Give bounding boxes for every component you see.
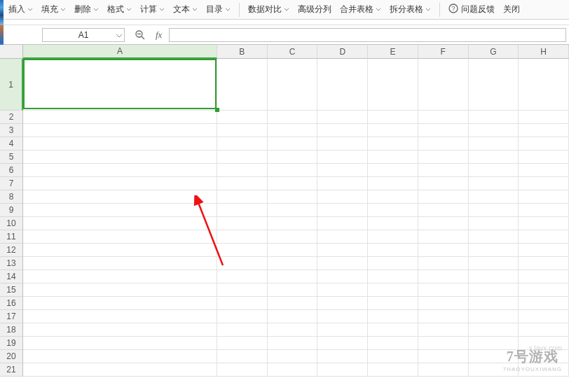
cell-C3[interactable]: [268, 124, 318, 137]
cell-F4[interactable]: [418, 137, 469, 150]
cell-F13[interactable]: [418, 257, 469, 270]
column-header-E[interactable]: E: [368, 45, 418, 59]
name-box-dropdown-icon[interactable]: [116, 31, 123, 43]
cell-H1[interactable]: [519, 59, 569, 111]
cell-C14[interactable]: [268, 270, 318, 284]
cell-G20[interactable]: [469, 350, 519, 363]
cell-H5[interactable]: [519, 150, 569, 164]
cell-F7[interactable]: [418, 177, 469, 190]
cell-G7[interactable]: [469, 177, 519, 190]
close-button[interactable]: 关闭: [499, 0, 524, 19]
row-header-18[interactable]: 18: [0, 323, 23, 337]
cell-G9[interactable]: [469, 204, 519, 217]
cell-B12[interactable]: [217, 244, 268, 257]
column-header-G[interactable]: G: [469, 45, 519, 59]
cell-F21[interactable]: [418, 363, 469, 377]
cell-D4[interactable]: [317, 137, 368, 150]
cell-E19[interactable]: [368, 337, 418, 350]
name-box[interactable]: A1: [42, 28, 125, 42]
cell-G12[interactable]: [469, 244, 519, 257]
cell-E21[interactable]: [368, 363, 418, 377]
cell-D9[interactable]: [317, 204, 368, 217]
cell-A5[interactable]: [23, 150, 217, 164]
cell-B10[interactable]: [217, 217, 268, 230]
cell-F1[interactable]: [418, 59, 469, 111]
cell-D7[interactable]: [317, 177, 368, 190]
cell-E15[interactable]: [368, 284, 418, 297]
cell-F3[interactable]: [418, 124, 469, 137]
feedback-link[interactable]: ? 问题反馈: [444, 0, 499, 19]
cell-A12[interactable]: [23, 244, 217, 257]
cell-C19[interactable]: [268, 337, 318, 350]
cell-B6[interactable]: [217, 164, 268, 177]
cell-C18[interactable]: [268, 323, 318, 337]
cell-G10[interactable]: [469, 217, 519, 230]
select-all-corner[interactable]: [0, 45, 23, 59]
advanced-split[interactable]: 高级分列: [294, 0, 336, 19]
cell-H11[interactable]: [519, 230, 569, 244]
row-header-16[interactable]: 16: [0, 297, 23, 310]
cell-H8[interactable]: [519, 190, 569, 204]
cell-G5[interactable]: [469, 150, 519, 164]
cell-F2[interactable]: [418, 111, 469, 124]
cell-A3[interactable]: [23, 124, 217, 137]
cell-D3[interactable]: [317, 124, 368, 137]
cell-D15[interactable]: [317, 284, 368, 297]
cell-D11[interactable]: [317, 230, 368, 244]
cell-H3[interactable]: [519, 124, 569, 137]
calc-menu[interactable]: 计算: [136, 0, 169, 19]
cell-D20[interactable]: [317, 350, 368, 363]
column-header-H[interactable]: H: [519, 45, 569, 59]
cell-E17[interactable]: [368, 310, 418, 323]
insert-menu[interactable]: 插入: [4, 0, 37, 19]
cell-F5[interactable]: [418, 150, 469, 164]
cell-B20[interactable]: [217, 350, 268, 363]
cell-C12[interactable]: [268, 244, 318, 257]
cell-A20[interactable]: [23, 350, 217, 363]
cell-B18[interactable]: [217, 323, 268, 337]
cell-B16[interactable]: [217, 297, 268, 310]
cell-E6[interactable]: [368, 164, 418, 177]
cell-A18[interactable]: [23, 323, 217, 337]
cell-A14[interactable]: [23, 270, 217, 284]
row-header-9[interactable]: 9: [0, 204, 23, 217]
cell-B8[interactable]: [217, 190, 268, 204]
cell-C13[interactable]: [268, 257, 318, 270]
cell-G2[interactable]: [469, 111, 519, 124]
cell-B1[interactable]: [217, 59, 268, 111]
format-menu[interactable]: 格式: [103, 0, 136, 19]
cell-F15[interactable]: [418, 284, 469, 297]
cell-E7[interactable]: [368, 177, 418, 190]
cell-E20[interactable]: [368, 350, 418, 363]
cell-G13[interactable]: [469, 257, 519, 270]
row-header-12[interactable]: 12: [0, 244, 23, 257]
row-header-20[interactable]: 20: [0, 350, 23, 363]
cell-D18[interactable]: [317, 323, 368, 337]
cell-A16[interactable]: [23, 297, 217, 310]
cell-H2[interactable]: [519, 111, 569, 124]
cell-E5[interactable]: [368, 150, 418, 164]
cell-C2[interactable]: [268, 111, 318, 124]
cell-A13[interactable]: [23, 257, 217, 270]
fill-menu[interactable]: 填充: [37, 0, 70, 19]
cell-A4[interactable]: [23, 137, 217, 150]
cell-F19[interactable]: [418, 337, 469, 350]
text-menu[interactable]: 文本: [169, 0, 202, 19]
row-header-14[interactable]: 14: [0, 270, 23, 284]
cell-D5[interactable]: [317, 150, 368, 164]
row-header-17[interactable]: 17: [0, 310, 23, 323]
cell-D12[interactable]: [317, 244, 368, 257]
cell-G15[interactable]: [469, 284, 519, 297]
cell-C5[interactable]: [268, 150, 318, 164]
cell-B15[interactable]: [217, 284, 268, 297]
column-header-F[interactable]: F: [418, 45, 469, 59]
cell-H17[interactable]: [519, 310, 569, 323]
cell-E13[interactable]: [368, 257, 418, 270]
cell-G1[interactable]: [469, 59, 519, 111]
row-header-4[interactable]: 4: [0, 137, 23, 150]
cell-B14[interactable]: [217, 270, 268, 284]
cell-D10[interactable]: [317, 217, 368, 230]
cell-D19[interactable]: [317, 337, 368, 350]
cell-G17[interactable]: [469, 310, 519, 323]
cell-H21[interactable]: [519, 363, 569, 377]
